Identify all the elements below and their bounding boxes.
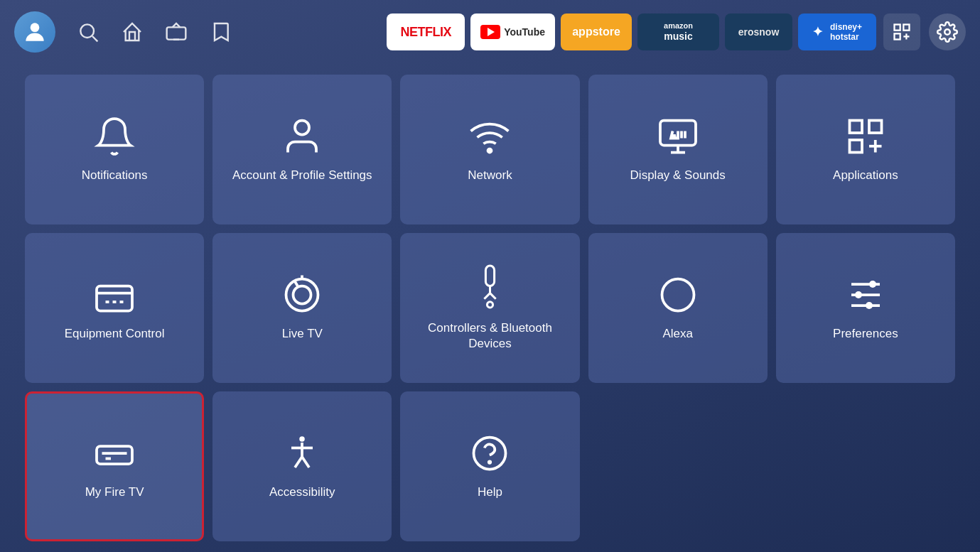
svg-line-30 [484,293,490,299]
youtube-button[interactable]: YouTube [470,13,555,50]
account-profile-label: Account & Profile Settings [232,168,372,183]
appstore-label: appstore [572,26,620,38]
svg-line-2 [92,36,97,41]
account-profile-tile[interactable]: Account & Profile Settings [212,75,392,224]
empty-cell-1 [588,391,768,541]
svg-point-42 [300,437,306,443]
applications-tile[interactable]: Applications [776,75,955,224]
hotstar-label: disney+hotstar [830,22,862,42]
alexa-label: Alexa [662,326,693,342]
svg-rect-19 [97,286,132,311]
notifications-tile[interactable]: Notifications [25,75,204,224]
header: NETFLIX YouTube appstore amazon music er… [0,0,980,64]
avatar[interactable] [14,11,55,53]
svg-point-25 [294,286,311,304]
live-tv-label: Live TV [282,326,323,342]
home-icon[interactable] [121,21,144,43]
svg-line-46 [302,457,309,467]
svg-point-36 [869,281,876,288]
svg-rect-39 [97,446,132,464]
my-fire-tv-tile[interactable]: My Fire TV [25,391,204,541]
search-icon[interactable] [77,21,99,43]
hotstar-button[interactable]: ✦ disney+hotstar [798,13,876,50]
preferences-tile[interactable]: Preferences [776,233,955,383]
svg-point-48 [489,462,491,464]
svg-rect-3 [167,27,186,39]
youtube-logo: YouTube [480,25,545,39]
accessibility-label: Accessibility [269,485,335,500]
appstore-button[interactable]: appstore [561,13,632,50]
header-apps: NETFLIX YouTube appstore amazon music er… [387,13,876,50]
svg-line-29 [490,293,495,299]
erosnow-label: erosnow [738,26,780,38]
netflix-label: NETFLIX [400,25,451,40]
svg-rect-27 [485,266,494,286]
tv-icon[interactable] [165,21,188,43]
equipment-control-tile[interactable]: Equipment Control [25,233,204,383]
svg-point-11 [295,121,309,135]
controllers-bluetooth-tile[interactable]: Controllers & Bluetooth Devices [400,233,579,383]
display-sounds-tile[interactable]: Display & Sounds [588,75,768,224]
settings-icon[interactable] [929,13,966,50]
svg-rect-5 [895,25,900,31]
network-tile[interactable]: Network [400,75,579,224]
svg-line-45 [295,457,302,467]
network-label: Network [468,168,512,183]
equipment-control-label: Equipment Control [65,326,165,342]
netflix-button[interactable]: NETFLIX [387,13,465,50]
controllers-bluetooth-label: Controllers & Bluetooth Devices [411,320,569,352]
bookmark-icon[interactable] [209,21,232,43]
applications-label: Applications [833,168,898,183]
help-label: Help [478,485,502,500]
svg-point-31 [487,302,492,308]
svg-point-38 [866,302,873,309]
header-right-icons [883,13,966,50]
notifications-label: Notifications [82,168,148,183]
settings-grid: Notifications Account & Profile Settings… [0,64,980,552]
my-fire-tv-label: My Fire TV [85,485,144,500]
svg-rect-15 [869,121,882,134]
accessibility-tile[interactable]: Accessibility [212,391,392,541]
display-sounds-label: Display & Sounds [630,168,726,183]
svg-point-0 [31,23,40,32]
header-left-nav [14,11,232,53]
svg-rect-16 [849,140,862,153]
help-tile[interactable]: Help [400,391,579,541]
preferences-label: Preferences [833,326,898,342]
svg-point-32 [662,279,694,311]
empty-cell-2 [776,391,955,541]
svg-point-47 [474,438,506,470]
svg-point-10 [944,29,950,35]
svg-point-1 [80,24,94,38]
erosnow-button[interactable]: erosnow [725,13,792,50]
svg-rect-6 [903,25,909,31]
svg-point-24 [286,279,318,311]
svg-rect-7 [895,33,900,39]
grid-add-icon[interactable] [883,13,920,50]
amazon-music-text: amazon music [664,21,693,43]
live-tv-tile[interactable]: Live TV [212,233,392,383]
amazon-music-button[interactable]: amazon music [637,13,719,50]
svg-point-37 [855,291,862,298]
alexa-tile[interactable]: Alexa [588,233,768,383]
svg-point-12 [488,149,492,153]
svg-rect-14 [849,121,862,134]
